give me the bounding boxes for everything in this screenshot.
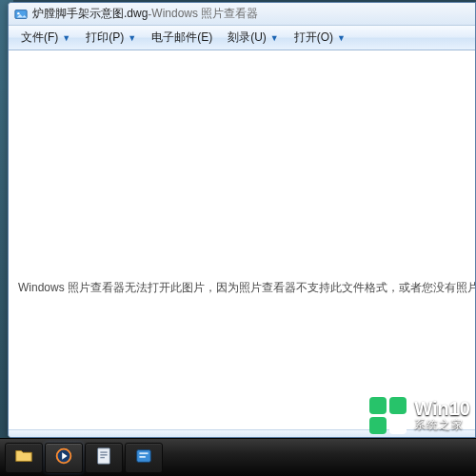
menu-label: 电子邮件(E) (151, 30, 212, 46)
tb-app2[interactable] (125, 443, 163, 473)
svg-rect-6 (100, 454, 107, 455)
logo-square (389, 397, 407, 414)
svg-rect-4 (98, 447, 110, 464)
doc-icon (93, 446, 114, 470)
chevron-down-icon: ▼ (128, 33, 136, 43)
app-icon (14, 8, 28, 21)
photo-viewer-window: 炉膛脚手架示意图.dwg - Windows 照片查看器 文件(F) ▼ 打印(… (8, 2, 476, 438)
chevron-down-icon: ▼ (62, 33, 70, 43)
titlebar[interactable]: 炉膛脚手架示意图.dwg - Windows 照片查看器 (9, 3, 475, 26)
logo-square (369, 397, 387, 414)
taskbar (0, 438, 476, 476)
watermark-text: Win10 系统之家 (414, 399, 470, 433)
tb-wmp[interactable] (45, 443, 83, 473)
wmp-icon (53, 446, 74, 470)
menu-file[interactable]: 文件(F) ▼ (12, 28, 77, 48)
menu-label: 刻录(U) (228, 30, 267, 46)
folder-icon (13, 446, 34, 470)
menu-burn[interactable]: 刻录(U) ▼ (219, 28, 286, 48)
content-area: Windows 照片查看器无法打开此图片，因为照片查看器不支持此文件格式，或者您… (9, 50, 475, 429)
watermark: Win10 系统之家 (369, 397, 470, 434)
watermark-subtitle: 系统之家 (414, 418, 470, 433)
tb-explorer[interactable] (5, 443, 43, 473)
tb-app1[interactable] (85, 443, 123, 473)
chevron-down-icon: ▼ (270, 33, 279, 43)
error-message: Windows 照片查看器无法打开此图片，因为照片查看器不支持此文件格式，或者您… (9, 280, 475, 296)
desktop-background: 炉膛脚手架示意图.dwg - Windows 照片查看器 文件(F) ▼ 打印(… (0, 0, 476, 476)
menu-email[interactable]: 电子邮件(E) (143, 28, 219, 48)
logo-square (389, 417, 407, 434)
title-appname: Windows 照片查看器 (151, 6, 258, 22)
gen-icon (133, 446, 154, 470)
svg-rect-9 (139, 452, 148, 454)
menu-label: 打印(P) (86, 30, 124, 46)
menubar: 文件(F) ▼ 打印(P) ▼ 电子邮件(E) 刻录(U) ▼ 打开(O) ▼ (9, 26, 475, 50)
menu-print[interactable]: 打印(P) ▼ (77, 28, 143, 48)
watermark-brand: Win10 (414, 399, 470, 418)
menu-label: 文件(F) (21, 30, 58, 46)
watermark-logo (369, 397, 407, 434)
svg-point-1 (17, 11, 19, 13)
svg-rect-7 (100, 456, 105, 457)
title-filename: 炉膛脚手架示意图.dwg (32, 6, 148, 22)
menu-label: 打开(O) (294, 30, 333, 46)
chevron-down-icon: ▼ (337, 33, 346, 43)
logo-square (369, 417, 387, 434)
menu-open[interactable]: 打开(O) ▼ (286, 28, 352, 48)
svg-rect-5 (100, 451, 107, 452)
svg-rect-10 (139, 456, 145, 458)
